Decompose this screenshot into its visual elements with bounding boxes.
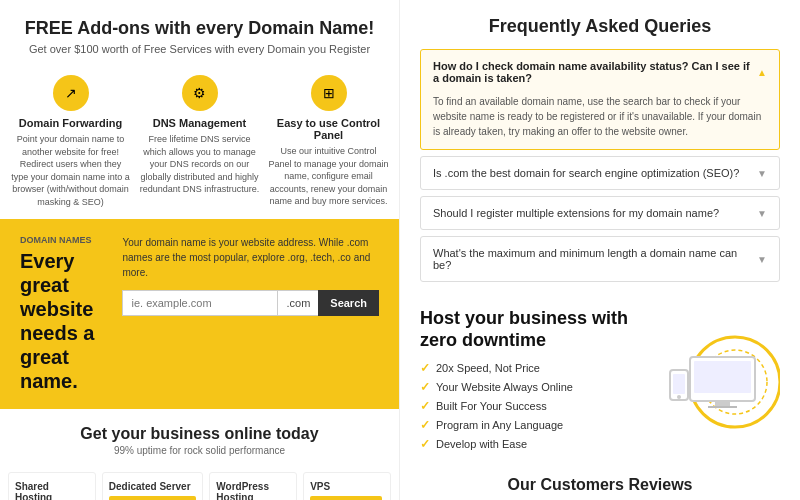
host-list: 20x Speed, Not Price Your Website Always… bbox=[420, 361, 644, 451]
feature-title-0: Domain Forwarding bbox=[10, 117, 131, 129]
faq-question-text-2: Should I register multiple extensions fo… bbox=[433, 207, 719, 219]
business-title: Get your business online today bbox=[10, 425, 389, 443]
domain-banner-left: DOMAIN NAMES Every great website needs a… bbox=[20, 235, 106, 393]
domain-search-input[interactable] bbox=[122, 290, 277, 316]
faq-item-0[interactable]: How do I check domain name availability … bbox=[420, 49, 780, 150]
faq-chevron-2: ▼ bbox=[757, 208, 767, 219]
domain-ext: .com bbox=[277, 290, 318, 316]
free-addons-header: FREE Add-ons with every Domain Name! Get… bbox=[0, 0, 399, 65]
host-feature-0: 20x Speed, Not Price bbox=[420, 361, 644, 375]
plan-wordpress-title: WordPress Hosting bbox=[216, 481, 290, 500]
feature-dns: ⚙ DNS Management Free lifetime DNS servi… bbox=[139, 75, 260, 209]
plan-dedicated-title: Dedicated Server bbox=[109, 481, 197, 492]
faq-question-3[interactable]: What's the maximum and minimum length a … bbox=[421, 237, 779, 281]
plan-dedicated: Dedicated Server $123.99/mo Unlimited Em… bbox=[102, 472, 204, 500]
plan-vps: VPS $9.59/mo Unlimited Email 5gb Hosting… bbox=[303, 472, 391, 500]
host-title: Host your business with zero downtime bbox=[420, 308, 644, 351]
faq-title: Frequently Asked Queries bbox=[420, 16, 780, 37]
faq-chevron-0: ▲ bbox=[757, 67, 767, 78]
faq-question-text-0: How do I check domain name availability … bbox=[433, 60, 757, 84]
faq-question-1[interactable]: Is .com the best domain for search engin… bbox=[421, 157, 779, 189]
svg-rect-4 bbox=[715, 402, 730, 406]
host-feature-1: Your Website Always Online bbox=[420, 380, 644, 394]
faq-question-0[interactable]: How do I check domain name availability … bbox=[421, 50, 779, 94]
domain-forwarding-icon: ↗ bbox=[53, 75, 89, 111]
host-feature-3: Program in Any Language bbox=[420, 418, 644, 432]
faq-item-3[interactable]: What's the maximum and minimum length a … bbox=[420, 236, 780, 282]
domain-label: DOMAIN NAMES bbox=[20, 235, 106, 245]
features-row: ↗ Domain Forwarding Point your domain na… bbox=[0, 65, 399, 219]
plan-dedicated-price: $123.99/mo bbox=[109, 496, 197, 500]
faq-chevron-1: ▼ bbox=[757, 168, 767, 179]
plan-shared-title: Shared Hosting bbox=[15, 481, 89, 500]
host-section: Host your business with zero downtime 20… bbox=[400, 298, 800, 466]
faq-question-2[interactable]: Should I register multiple extensions fo… bbox=[421, 197, 779, 229]
domain-heading: Every great website needs a great name. bbox=[20, 249, 106, 393]
feature-desc-0: Point your domain name to another websit… bbox=[10, 133, 131, 209]
host-feature-4: Develop with Ease bbox=[420, 437, 644, 451]
feature-title-1: DNS Management bbox=[139, 117, 260, 129]
plan-shared: Shared Hosting $5.00/mo Unlimited Email … bbox=[8, 472, 96, 500]
feature-desc-2: Use our intuitive Control Panel to manag… bbox=[268, 145, 389, 208]
domain-right-text: Your domain name is your website address… bbox=[122, 235, 379, 280]
host-text: Host your business with zero downtime 20… bbox=[420, 308, 644, 456]
faq-section: Frequently Asked Queries How do I check … bbox=[400, 0, 800, 298]
faq-question-text-1: Is .com the best domain for search engin… bbox=[433, 167, 739, 179]
plan-wordpress: WordPress Hosting $6.29/mo Unlimited Ema… bbox=[209, 472, 297, 500]
host-feature-2: Built For Your Success bbox=[420, 399, 644, 413]
faq-item-1[interactable]: Is .com the best domain for search engin… bbox=[420, 156, 780, 190]
faq-chevron-3: ▼ bbox=[757, 254, 767, 265]
plan-vps-price: $9.59/mo bbox=[310, 496, 382, 500]
reviews-section: Our Customers Reviews ❝ I chose you beca… bbox=[400, 466, 800, 500]
svg-rect-5 bbox=[708, 406, 737, 408]
faq-answer-0: To find an available domain name, use th… bbox=[421, 94, 779, 149]
feature-control-panel: ⊞ Easy to use Control Panel Use our intu… bbox=[268, 75, 389, 209]
hosting-plans: Shared Hosting $5.00/mo Unlimited Email … bbox=[0, 464, 399, 500]
dns-icon: ⚙ bbox=[182, 75, 218, 111]
faq-question-text-3: What's the maximum and minimum length a … bbox=[433, 247, 757, 271]
free-addons-subtitle: Get over $100 worth of Free Services wit… bbox=[20, 43, 379, 55]
business-section: Get your business online today 99% uptim… bbox=[0, 409, 399, 464]
left-panel: FREE Add-ons with every Domain Name! Get… bbox=[0, 0, 400, 500]
svg-rect-3 bbox=[694, 361, 751, 393]
host-graphic bbox=[660, 332, 780, 432]
right-panel: Frequently Asked Queries How do I check … bbox=[400, 0, 800, 500]
feature-desc-1: Free lifetime DNS service which allows y… bbox=[139, 133, 260, 196]
control-panel-icon: ⊞ bbox=[311, 75, 347, 111]
feature-title-2: Easy to use Control Panel bbox=[268, 117, 389, 141]
domain-search-button[interactable]: Search bbox=[318, 290, 379, 316]
svg-rect-7 bbox=[673, 374, 685, 394]
device-illustration bbox=[660, 332, 780, 432]
faq-item-2[interactable]: Should I register multiple extensions fo… bbox=[420, 196, 780, 230]
plan-vps-title: VPS bbox=[310, 481, 384, 492]
business-subtitle: 99% uptime for rock solid performance bbox=[10, 445, 389, 456]
svg-point-8 bbox=[677, 395, 681, 399]
reviews-title: Our Customers Reviews bbox=[420, 476, 780, 494]
domain-banner-right: Your domain name is your website address… bbox=[122, 235, 379, 316]
domain-banner: DOMAIN NAMES Every great website needs a… bbox=[0, 219, 399, 409]
free-addons-title: FREE Add-ons with every Domain Name! bbox=[20, 18, 379, 39]
feature-domain-forwarding: ↗ Domain Forwarding Point your domain na… bbox=[10, 75, 131, 209]
domain-search-bar[interactable]: .com Search bbox=[122, 290, 379, 316]
